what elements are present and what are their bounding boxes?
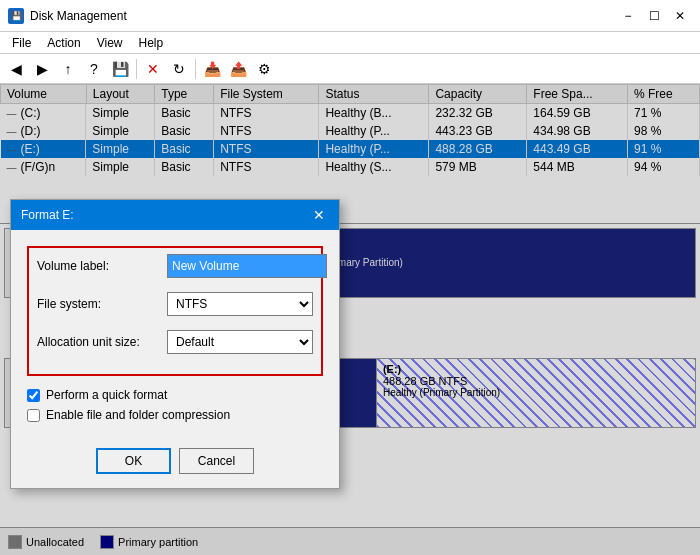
file-system-label: File system:: [37, 297, 167, 311]
alloc-unit-select[interactable]: Default 512 1024 2048 4096: [167, 330, 313, 354]
minimize-button[interactable]: −: [616, 6, 640, 26]
modal-overlay: Format E: ✕ Volume label: File system: N…: [0, 84, 700, 555]
ok-button[interactable]: OK: [96, 448, 171, 474]
import-button[interactable]: 📥: [200, 57, 224, 81]
modal-body: Volume label: File system: NTFS FAT32 ex…: [11, 230, 339, 440]
modal-actions: OK Cancel: [11, 440, 339, 488]
alloc-unit-row: Allocation unit size: Default 512 1024 2…: [37, 330, 313, 354]
modal-close-button[interactable]: ✕: [309, 205, 329, 225]
maximize-button[interactable]: ☐: [642, 6, 666, 26]
toolbar: ◀ ▶ ↑ ? 💾 ✕ ↻ 📥 📤 ⚙: [0, 54, 700, 84]
separator-2: [195, 59, 196, 79]
forward-button[interactable]: ▶: [30, 57, 54, 81]
compression-row: Enable file and folder compression: [27, 408, 323, 422]
modal-title: Format E:: [21, 208, 74, 222]
quick-format-label: Perform a quick format: [46, 388, 167, 402]
quick-format-row: Perform a quick format: [27, 388, 323, 402]
refresh-button[interactable]: ↻: [167, 57, 191, 81]
menu-view[interactable]: View: [89, 34, 131, 52]
separator-1: [136, 59, 137, 79]
disk-button[interactable]: 💾: [108, 57, 132, 81]
file-system-select[interactable]: NTFS FAT32 exFAT: [167, 292, 313, 316]
window-title: Disk Management: [30, 9, 127, 23]
alloc-unit-label: Allocation unit size:: [37, 335, 167, 349]
compression-checkbox[interactable]: [27, 409, 40, 422]
window-controls: − ☐ ✕: [616, 6, 692, 26]
help-button[interactable]: ?: [82, 57, 106, 81]
menu-file[interactable]: File: [4, 34, 39, 52]
menu-help[interactable]: Help: [131, 34, 172, 52]
volume-label-input[interactable]: [167, 254, 327, 278]
volume-label-row: Volume label:: [37, 254, 313, 278]
file-system-row: File system: NTFS FAT32 exFAT: [37, 292, 313, 316]
quick-format-checkbox[interactable]: [27, 389, 40, 402]
close-button[interactable]: ✕: [668, 6, 692, 26]
format-dialog: Format E: ✕ Volume label: File system: N…: [10, 199, 340, 489]
export-button[interactable]: 📤: [226, 57, 250, 81]
volume-label-label: Volume label:: [37, 259, 167, 273]
form-section: Volume label: File system: NTFS FAT32 ex…: [27, 246, 323, 376]
title-bar: 💾 Disk Management − ☐ ✕: [0, 0, 700, 32]
compression-label: Enable file and folder compression: [46, 408, 230, 422]
app-icon: 💾: [8, 8, 24, 24]
modal-title-bar: Format E: ✕: [11, 200, 339, 230]
menu-action[interactable]: Action: [39, 34, 88, 52]
up-button[interactable]: ↑: [56, 57, 80, 81]
properties-button[interactable]: ⚙: [252, 57, 276, 81]
menu-bar: File Action View Help: [0, 32, 700, 54]
cancel-button[interactable]: Cancel: [179, 448, 254, 474]
main-content: Volume Layout Type File System Status Ca…: [0, 84, 700, 555]
delete-button[interactable]: ✕: [141, 57, 165, 81]
back-button[interactable]: ◀: [4, 57, 28, 81]
